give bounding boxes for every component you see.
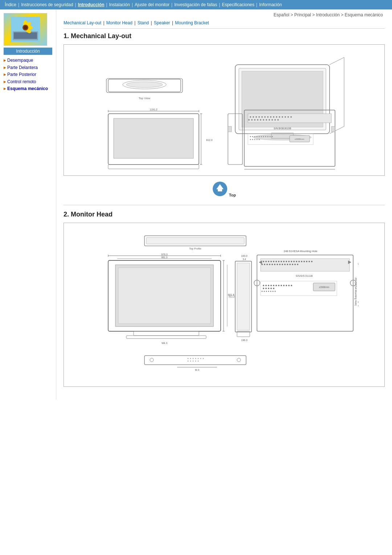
nav-investigacion[interactable]: Investigación de fallas <box>173 2 218 8</box>
svg-point-154 <box>292 264 293 265</box>
svg-point-165 <box>278 285 279 286</box>
svg-point-139 <box>306 261 307 262</box>
svg-point-124 <box>268 261 269 262</box>
nav-introduccion[interactable]: Introducción <box>77 2 106 8</box>
svg-line-17 <box>330 57 344 65</box>
svg-point-182 <box>274 291 275 292</box>
subnav-monitorhead[interactable]: Monitor Head <box>106 20 132 25</box>
sidebar-item-desempaque[interactable]: Desempaque <box>4 58 52 64</box>
subnav-mechanical[interactable]: Mechanical Lay-out <box>64 20 101 25</box>
svg-point-180 <box>270 291 271 292</box>
top-navigation: Índice | Instrucciones de seguridad | In… <box>0 0 392 9</box>
svg-point-196 <box>200 358 201 359</box>
svg-point-141 <box>311 261 313 262</box>
sidebar-link-esquema[interactable]: Esquema mecánico <box>7 86 48 92</box>
nav-informacion[interactable]: Información <box>258 2 283 8</box>
svg-point-50 <box>290 116 292 118</box>
svg-point-167 <box>283 285 285 286</box>
svg-point-41 <box>264 116 266 118</box>
svg-point-40 <box>261 116 263 118</box>
nav-instalacion[interactable]: Instalación <box>108 2 131 8</box>
nav-indice[interactable]: Índice <box>4 2 17 8</box>
subnav-sep-1: | <box>103 20 105 25</box>
svg-text:861.3: 861.3 <box>161 256 167 259</box>
subnav-mounting[interactable]: Mounting Bracket <box>175 20 209 25</box>
sidebar-item-esquema[interactable]: Esquema mecánico <box>4 86 52 92</box>
svg-point-201 <box>195 361 196 362</box>
svg-point-147 <box>274 264 275 265</box>
svg-text:976.3: 976.3 <box>161 253 168 256</box>
svg-point-122 <box>263 261 264 262</box>
svg-point-155 <box>294 264 296 265</box>
svg-point-65 <box>252 136 253 137</box>
svg-rect-35 <box>248 114 331 123</box>
svg-text:x3988mm: x3988mm <box>294 138 304 140</box>
svg-text:812.0: 812.0 <box>206 139 213 141</box>
svg-point-164 <box>275 285 277 286</box>
svg-text:M5(x4): M5(x4) <box>358 301 359 303</box>
sidebar: Introducción Desempaque Parte Delantera … <box>0 9 56 400</box>
svg-point-134 <box>293 261 295 262</box>
svg-point-145 <box>269 264 270 265</box>
svg-point-128 <box>278 261 279 262</box>
nav-especificaciones[interactable]: Especificaciones <box>221 2 255 8</box>
svg-point-8 <box>24 26 27 29</box>
svg-point-67 <box>256 136 257 137</box>
svg-point-72 <box>267 136 268 137</box>
nav-sep-7: | <box>256 2 257 7</box>
svg-text:1191.2: 1191.2 <box>150 108 158 111</box>
svg-point-203 <box>150 358 154 362</box>
svg-point-138 <box>303 261 305 262</box>
svg-text:Screw Hole: Screw Hole <box>358 305 359 307</box>
sidebar-link-desempaque[interactable]: Desempaque <box>7 58 33 64</box>
svg-point-130 <box>283 261 285 262</box>
nav-sep-3: | <box>106 2 107 7</box>
svg-point-123 <box>265 261 267 262</box>
svg-point-78 <box>256 139 257 140</box>
svg-point-178 <box>266 291 267 292</box>
svg-rect-119 <box>261 259 350 271</box>
svg-point-172 <box>265 288 267 289</box>
svg-point-179 <box>268 291 269 292</box>
svg-point-131 <box>286 261 287 262</box>
svg-point-146 <box>271 264 273 265</box>
svg-point-60 <box>274 119 276 121</box>
sidebar-item-delantera[interactable]: Parte Delantera <box>4 65 52 71</box>
svg-point-59 <box>271 119 273 121</box>
sidebar-navigation: Desempaque Parte Delantera Parte Posteri… <box>4 58 52 92</box>
svg-point-75 <box>250 139 251 140</box>
sidebar-link-posterior[interactable]: Parte Posterior <box>7 72 36 78</box>
subnav-stand[interactable]: Stand <box>138 20 149 25</box>
nav-instrucciones[interactable]: Instrucciones de seguridad <box>20 2 74 8</box>
svg-point-77 <box>254 139 255 140</box>
top-button-container: Top <box>64 181 385 198</box>
sidebar-item-control[interactable]: Control remoto <box>4 79 52 85</box>
svg-point-46 <box>279 116 280 118</box>
svg-point-175 <box>273 288 274 289</box>
subnav-speaker[interactable]: Speaker <box>154 20 170 25</box>
nav-sep-5: | <box>171 2 172 7</box>
sidebar-link-delantera[interactable]: Parte Delantera <box>7 65 38 71</box>
svg-point-69 <box>261 136 262 137</box>
svg-point-136 <box>298 261 300 262</box>
svg-point-200 <box>192 361 193 362</box>
svg-text:x3988mm: x3988mm <box>319 286 329 288</box>
svg-text:511.2: 511.2 <box>229 295 235 298</box>
svg-point-56 <box>263 119 264 121</box>
sidebar-link-control[interactable]: Control remoto <box>7 79 36 85</box>
svg-point-199 <box>190 361 191 362</box>
breadcrumb: Español > Principal > Introducción > Esq… <box>64 12 385 17</box>
svg-point-37 <box>253 116 254 118</box>
subnav-sep-2: | <box>134 20 136 25</box>
svg-point-36 <box>250 116 251 118</box>
sidebar-item-posterior[interactable]: Parte Posterior <box>4 72 52 78</box>
svg-rect-28 <box>108 165 199 169</box>
svg-point-144 <box>266 264 268 265</box>
svg-marker-121 <box>348 260 351 264</box>
svg-text:M4.3: M4.3 <box>162 342 167 344</box>
svg-point-204 <box>237 358 241 362</box>
nav-sep-1: | <box>18 2 19 7</box>
top-button[interactable]: Top <box>212 181 236 198</box>
nav-ajuste[interactable]: Ajuste del monitor <box>134 2 171 8</box>
svg-rect-100 <box>118 268 211 324</box>
